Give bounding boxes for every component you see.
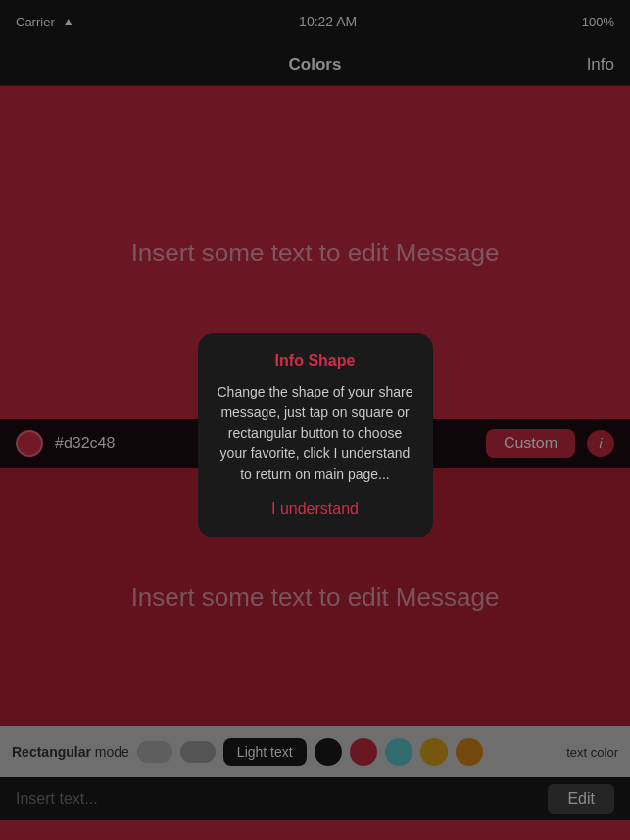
overlay: Info Shape Change the shape of your shar… [0, 0, 630, 840]
info-popup: Info Shape Change the shape of your shar… [198, 333, 433, 537]
popup-body: Change the shape of your share message, … [216, 382, 415, 485]
understand-button[interactable]: I understand [216, 500, 415, 518]
popup-title: Info Shape [216, 352, 415, 370]
